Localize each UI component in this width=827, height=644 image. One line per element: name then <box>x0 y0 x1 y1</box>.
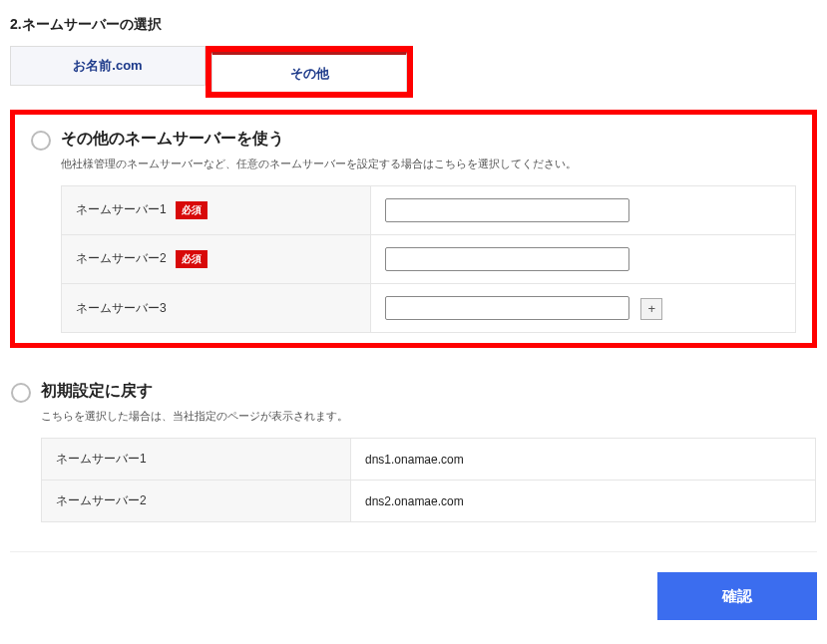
confirm-button[interactable]: 確認 <box>657 572 817 620</box>
ns3-input[interactable] <box>385 296 629 320</box>
section-title: 2.ネームサーバーの選択 <box>10 16 817 34</box>
ns-label: ネームサーバー2 <box>56 493 147 507</box>
ns-value: dns1.onamae.com <box>365 453 464 467</box>
ns-value: dns2.onamae.com <box>365 494 464 508</box>
add-ns-button[interactable]: + <box>640 298 662 320</box>
other-ns-table: ネームサーバー1 必須 ネームサーバー2 必須 ネームサーバー3 + <box>61 185 796 333</box>
panel-default-desc: こちらを選択した場合は、当社指定のページが表示されます。 <box>41 409 816 424</box>
ns1-input[interactable] <box>385 198 629 222</box>
table-row: ネームサーバー2 必須 <box>62 235 796 284</box>
required-badge: 必須 <box>176 201 207 219</box>
panel-other-title: その他のネームサーバーを使う <box>61 129 284 150</box>
ns-label: ネームサーバー1 <box>76 202 167 216</box>
ns-label: ネームサーバー3 <box>76 301 167 315</box>
table-row: ネームサーバー1 dns1.onamae.com <box>42 439 816 481</box>
ns-label: ネームサーバー2 <box>76 251 167 265</box>
tab-other-highlight: その他 <box>206 46 413 98</box>
required-badge: 必須 <box>176 250 207 268</box>
radio-default-nameserver[interactable] <box>11 383 31 403</box>
default-ns-table: ネームサーバー1 dns1.onamae.com ネームサーバー2 dns2.o… <box>41 438 816 522</box>
button-row: 確認 <box>10 551 817 620</box>
table-row: ネームサーバー1 必須 <box>62 186 796 235</box>
panel-default-nameserver: 初期設定に戻す こちらを選択した場合は、当社指定のページが表示されます。 ネーム… <box>10 366 817 533</box>
panel-default-title: 初期設定に戻す <box>41 381 153 402</box>
panel-other-desc: 他社様管理のネームサーバーなど、任意のネームサーバーを設定する場合はこちらを選択… <box>61 157 796 171</box>
table-row: ネームサーバー3 + <box>62 284 796 333</box>
tab-bar: お名前.com その他 <box>10 46 817 98</box>
ns-label: ネームサーバー1 <box>56 452 147 466</box>
tab-other[interactable]: その他 <box>211 52 407 92</box>
panel-other-nameserver: その他のネームサーバーを使う 他社様管理のネームサーバーなど、任意のネームサーバ… <box>10 110 817 348</box>
plus-icon: + <box>648 301 656 316</box>
tab-onamae[interactable]: お名前.com <box>10 46 206 86</box>
table-row: ネームサーバー2 dns2.onamae.com <box>42 481 816 522</box>
ns2-input[interactable] <box>385 247 629 271</box>
radio-other-nameserver[interactable] <box>31 131 51 151</box>
